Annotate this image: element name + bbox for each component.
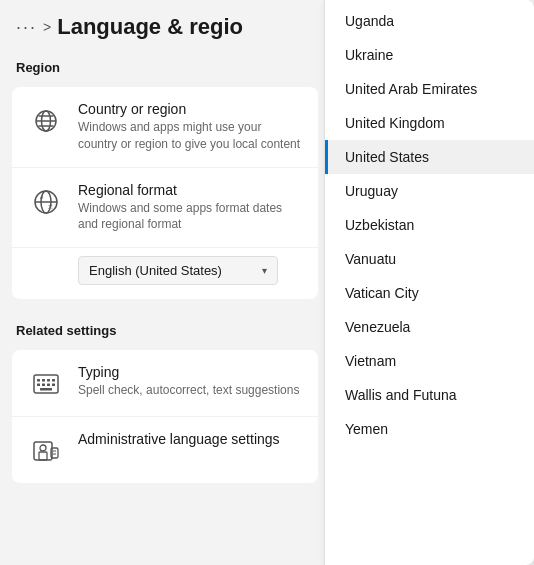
admin-language-item[interactable]: Administrative language settings: [12, 417, 318, 483]
dropdown-item[interactable]: United Arab Emirates: [325, 72, 534, 106]
country-dropdown-overlay: UgandaUkraineUnited Arab EmiratesUnited …: [324, 0, 534, 565]
svg-rect-9: [37, 379, 40, 382]
country-region-desc: Windows and apps might use your country …: [78, 119, 302, 153]
breadcrumb-chevron: >: [43, 19, 51, 35]
related-settings-section: Related settings: [0, 315, 330, 483]
region-section-label: Region: [0, 52, 330, 83]
svg-rect-16: [52, 384, 55, 387]
dropdown-item[interactable]: United Kingdom: [325, 106, 534, 140]
dropdown-item[interactable]: Uganda: [325, 4, 534, 38]
svg-rect-19: [39, 452, 47, 460]
regional-format-title: Regional format: [78, 182, 302, 198]
svg-rect-15: [47, 384, 50, 387]
svg-rect-10: [42, 379, 45, 382]
related-settings-label: Related settings: [0, 315, 330, 346]
country-dropdown-list[interactable]: UgandaUkraineUnited Arab EmiratesUnited …: [325, 0, 534, 565]
typing-text: Typing Spell check, autocorrect, text su…: [78, 364, 302, 399]
regional-format-desc: Windows and some apps format dates and r…: [78, 200, 302, 234]
related-settings-card: Typing Spell check, autocorrect, text su…: [12, 350, 318, 483]
header: ··· > Language & regio: [0, 0, 330, 52]
country-region-item[interactable]: Country or region Windows and apps might…: [12, 87, 318, 168]
dropdown-item[interactable]: Vietnam: [325, 344, 534, 378]
svg-rect-11: [47, 379, 50, 382]
country-region-title: Country or region: [78, 101, 302, 117]
dropdown-item[interactable]: Venezuela: [325, 310, 534, 344]
typing-item[interactable]: Typing Spell check, autocorrect, text su…: [12, 350, 318, 417]
keyboard-icon: [28, 366, 64, 402]
typing-desc: Spell check, autocorrect, text suggestio…: [78, 382, 302, 399]
svg-text:A: A: [40, 194, 44, 200]
dropdown-item[interactable]: Vanuatu: [325, 242, 534, 276]
format-dropdown[interactable]: English (United States) ▾: [78, 256, 278, 285]
country-region-text: Country or region Windows and apps might…: [78, 101, 302, 153]
format-dropdown-row: English (United States) ▾: [12, 248, 318, 299]
dropdown-item[interactable]: United States: [325, 140, 534, 174]
chevron-down-icon: ▾: [262, 265, 267, 276]
svg-text:文: 文: [48, 203, 53, 209]
page-title: Language & regio: [57, 14, 243, 40]
dropdown-item[interactable]: Vatican City: [325, 276, 534, 310]
svg-point-20: [40, 445, 46, 451]
admin-icon: [28, 433, 64, 469]
svg-rect-14: [42, 384, 45, 387]
dropdown-item[interactable]: Yemen: [325, 412, 534, 446]
region-card: Country or region Windows and apps might…: [12, 87, 318, 299]
format-icon: A 文: [28, 184, 64, 220]
more-options-icon[interactable]: ···: [16, 17, 37, 38]
dropdown-item[interactable]: Wallis and Futuna: [325, 378, 534, 412]
format-dropdown-value: English (United States): [89, 263, 222, 278]
svg-rect-13: [37, 384, 40, 387]
svg-rect-17: [40, 388, 52, 391]
dropdown-item[interactable]: Uruguay: [325, 174, 534, 208]
admin-language-title: Administrative language settings: [78, 431, 302, 447]
globe-icon: [28, 103, 64, 139]
regional-format-item[interactable]: A 文 Regional format Windows and some app…: [12, 168, 318, 249]
dropdown-item[interactable]: Ukraine: [325, 38, 534, 72]
main-panel: ··· > Language & regio Region Country or…: [0, 0, 330, 565]
typing-title: Typing: [78, 364, 302, 380]
regional-format-text: Regional format Windows and some apps fo…: [78, 182, 302, 234]
dropdown-item[interactable]: Uzbekistan: [325, 208, 534, 242]
admin-language-text: Administrative language settings: [78, 431, 302, 449]
svg-rect-12: [52, 379, 55, 382]
